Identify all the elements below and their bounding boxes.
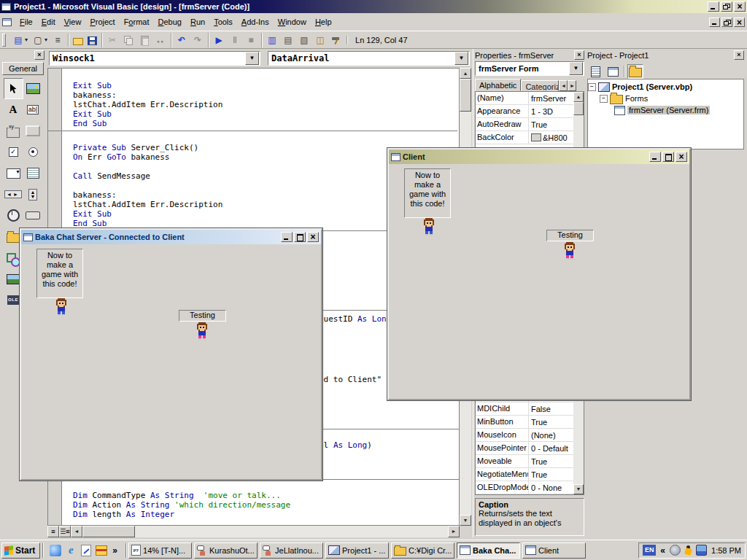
tray-chevron-icon[interactable]: « [659,545,667,556]
code-horizontal-scrollbar[interactable]: ◄ ► [71,526,460,537]
minimize-button[interactable] [708,1,719,12]
tab-categorized[interactable]: Categorized [521,80,559,91]
scrollbar-thumb[interactable] [460,79,471,112]
internet-explorer-icon[interactable]: e [65,545,77,556]
scroll-down-icon[interactable]: ▼ [460,515,471,526]
copy-button[interactable] [121,33,136,47]
mdi-restore-button[interactable] [721,18,732,27]
cut-button[interactable] [105,33,120,47]
tool-label[interactable]: A [4,99,23,120]
object-combobox[interactable]: Winsock1 ▼ [49,51,260,66]
property-row[interactable]: Appearance1 - 3D [476,105,573,118]
toolbox-button[interactable] [329,33,344,47]
tab-scroll-right-icon[interactable]: ► [568,80,576,91]
properties-close-icon[interactable]: × [574,50,584,60]
property-row[interactable]: MoveableTrue [476,455,573,468]
tree-item-project[interactable]: − Project1 (Server.vbp) [588,81,743,93]
property-row[interactable]: (Name)frmServer [476,92,573,105]
view-code-button[interactable] [587,64,603,79]
find-button[interactable] [153,33,168,47]
tool-picturebox[interactable] [23,78,43,99]
language-indicator[interactable]: EN [643,545,656,556]
maximize-button[interactable] [294,232,306,242]
scrollbar-thumb[interactable] [573,102,584,115]
taskbar-button[interactable]: 14% [T-N]... [128,542,192,559]
menu-format[interactable]: Format [120,15,154,28]
object-selector-combobox[interactable]: frmServer Form ▼ [475,61,584,76]
chevron-down-icon[interactable]: ▼ [569,62,583,75]
end-button[interactable] [244,33,258,47]
project-close-icon[interactable]: × [734,50,744,60]
procedure-view-button[interactable]: ≡ [47,526,59,537]
scrollbar-thumb[interactable] [82,526,135,537]
property-row[interactable]: MinButtonTrue [476,416,573,429]
collapse-icon[interactable]: − [600,95,608,103]
start-button[interactable]: Start [1,542,40,559]
property-row[interactable]: AutoRedrawTrue [476,118,573,131]
close-button[interactable] [734,1,746,12]
tool-textbox[interactable]: ab| [23,99,43,120]
tree-item-forms[interactable]: − Forms [588,93,743,104]
outlook-express-icon[interactable] [50,545,61,556]
server-titlebar[interactable]: Baka Chat Server - Connected to Client [21,230,321,244]
project-explorer-button[interactable] [265,33,279,47]
menu-tools[interactable]: Tools [209,15,237,28]
menu-editor-button[interactable] [50,33,65,47]
menu-project[interactable]: Project [85,15,119,28]
project-titlebar[interactable]: Project - Project1 × [586,49,746,61]
form-layout-button[interactable] [297,33,311,47]
taskbar-button[interactable]: Client [522,542,586,559]
property-row[interactable]: NegotiateMenusTrue [476,468,573,481]
taskbar-button[interactable]: KurashuOt... [194,542,258,559]
new-project-button[interactable]: ▾ [11,33,29,47]
tool-optionbutton[interactable] [23,141,43,163]
menu-file[interactable]: File [15,15,37,28]
tool-timer[interactable] [4,205,23,226]
tool-listbox[interactable] [23,163,43,184]
tree-item-frmserver[interactable]: frmServer (Server.frm) [588,104,743,116]
maximize-button[interactable] [662,152,674,162]
network-tray-icon[interactable] [670,545,681,556]
scroll-up-icon[interactable]: ▲ [573,92,584,102]
start-button[interactable] [212,33,226,47]
full-module-view-button[interactable]: ☰≡ [59,526,71,537]
scroll-down-icon[interactable]: ▼ [573,484,584,494]
client-titlebar[interactable]: Client [389,149,689,164]
properties-window-button[interactable] [281,33,295,47]
open-button[interactable] [71,34,85,47]
client-form-window[interactable]: Client Now to make a game with this code… [387,148,691,400]
tool-checkbox[interactable] [4,141,23,163]
menu-addins[interactable]: Add-Ins [237,15,274,28]
add-form-button[interactable]: ▾ [31,33,49,47]
toolbox-close-icon[interactable]: × [34,50,44,60]
messenger-tray-icon[interactable] [696,545,707,556]
menu-debug[interactable]: Debug [153,15,185,28]
tool-commandbutton[interactable] [23,120,43,141]
server-form-window[interactable]: Baka Chat Server - Connected to Client N… [20,228,322,481]
menu-view[interactable]: View [60,15,86,28]
scroll-up-icon[interactable]: ▲ [460,68,471,79]
tool-combobox[interactable] [4,163,23,184]
tool-hscrollbar[interactable]: ◄► [4,184,23,205]
property-row[interactable]: MousePointer0 - Default [476,442,573,455]
break-button[interactable] [228,33,242,47]
minimize-button[interactable] [281,232,293,242]
property-row[interactable]: OLEDropMode0 - None [476,481,573,494]
toolbox-tab-general[interactable]: General [2,62,44,75]
undo-button[interactable] [174,33,189,47]
menu-window[interactable]: Window [274,15,311,28]
aim-tray-icon[interactable] [684,545,693,555]
menu-help[interactable]: Help [311,15,336,28]
taskbar-button[interactable]: Baka Cha... [457,542,520,559]
package-icon[interactable] [96,545,107,556]
minimize-button[interactable] [649,152,661,162]
chevron-down-icon[interactable]: ▼ [245,52,259,65]
restore-button[interactable] [721,1,732,12]
taskbar-button[interactable]: Project1 - ... [325,542,389,559]
tab-alphabetic[interactable]: Alphabetic [475,79,521,91]
ide-titlebar[interactable]: Project1 - Microsoft Visual Basic [desig… [0,0,747,13]
save-button[interactable] [86,34,98,47]
close-button[interactable] [676,152,687,162]
scroll-right-icon[interactable]: ► [448,526,460,537]
tool-vscrollbar[interactable]: ▲▼ [23,184,43,205]
